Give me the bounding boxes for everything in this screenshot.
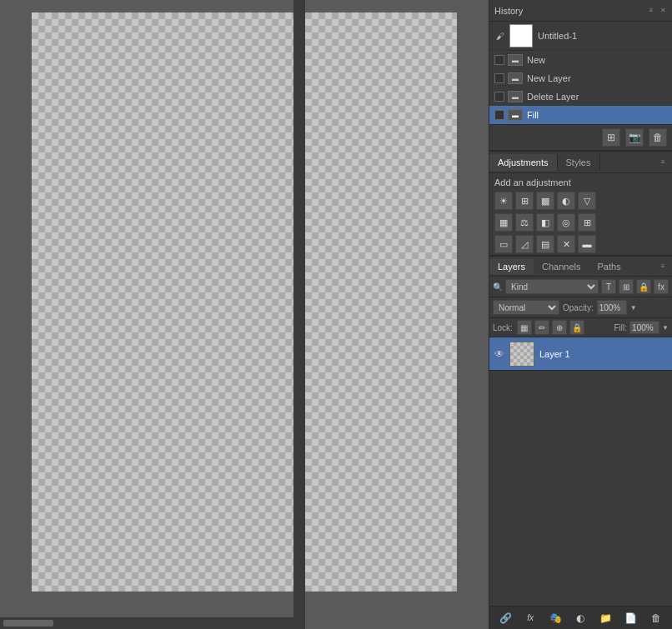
layers-panel-tabs: Layers Channels Paths ≡	[489, 257, 672, 277]
history-panel: History ≡ ✕ 🖌 Untitled-1 ▬ New	[489, 0, 672, 150]
tab-paths[interactable]: Paths	[589, 259, 629, 274]
history-item-fill-icon: ▬	[508, 109, 523, 121]
adjustments-icons-row2: ▦ ⚖ ◧ ◎ ⊞	[489, 212, 672, 233]
history-item-delete-layer-icon: ▬	[508, 91, 523, 102]
adjustments-subtitle: Add an adjustment	[489, 173, 672, 190]
history-actions: ⊞ 📷 🗑	[489, 124, 672, 150]
opacity-arrow-icon[interactable]: ▼	[630, 304, 637, 312]
adjustments-icons-row1: ☀ ⊞ ▩ ◐ ▽	[489, 190, 672, 212]
adj-pattern-icon[interactable]: ▦	[494, 213, 513, 232]
history-camera-btn[interactable]: 📷	[625, 128, 644, 147]
adjustments-panel-tabs: Adjustments Styles ≡	[489, 152, 672, 173]
history-item-new-icon: ▬	[508, 54, 523, 66]
create-layer-btn[interactable]: 📄	[623, 610, 639, 627]
fill-label: Fill:	[614, 323, 628, 332]
history-item-fill-checkbox[interactable]	[494, 110, 504, 120]
lock-transparent-btn[interactable]: ▦	[517, 320, 532, 335]
adj-lines-icon[interactable]: ▤	[536, 235, 554, 253]
adj-curves-icon[interactable]: ⊞	[515, 192, 534, 210]
adj-levels-icon[interactable]: ▩	[536, 192, 554, 210]
history-item-delete-layer[interactable]: ▬ Delete Layer	[489, 87, 672, 106]
history-item-new-layer-icon: ▬	[508, 72, 523, 84]
history-item-new[interactable]: ▬ New	[489, 51, 672, 69]
add-adjustment-btn[interactable]: ◐	[572, 610, 589, 627]
opacity-label: Opacity:	[563, 303, 594, 312]
history-item-new-label: New	[527, 55, 545, 65]
layers-footer: 🔗 fx 🎭 ◐ 📁 📄 🗑	[489, 606, 672, 629]
snapshot-thumbnail	[509, 24, 533, 47]
layers-filter-btn4[interactable]: fx	[654, 279, 669, 294]
fill-arrow-icon[interactable]: ▼	[662, 324, 669, 332]
add-effects-btn[interactable]: fx	[522, 610, 539, 627]
history-panel-menu-icon[interactable]: ≡	[647, 7, 655, 15]
adj-brightness-icon[interactable]: ☀	[494, 192, 513, 210]
adj-exposure-icon[interactable]: ◐	[557, 192, 575, 210]
vertical-scrollbar[interactable]	[293, 0, 305, 617]
layers-content: 👁 Layer 1	[489, 337, 672, 606]
history-item-fill-label: Fill	[527, 110, 539, 120]
history-panel-controls: ≡ ✕	[647, 7, 667, 15]
layers-filter-btn3[interactable]: 🔒	[636, 279, 651, 294]
history-item-delete-layer-checkbox[interactable]	[494, 92, 504, 102]
lock-position-btn[interactable]: ⊕	[552, 320, 567, 335]
layers-panel-menu-icon[interactable]: ≡	[659, 262, 667, 271]
layers-blend-row: Normal Opacity: ▼	[489, 297, 672, 318]
history-new-snapshot-btn[interactable]: ⊞	[602, 128, 620, 147]
layers-kind-select[interactable]: Kind	[505, 279, 599, 294]
history-item-delete-layer-label: Delete Layer	[527, 92, 579, 102]
fill-input[interactable]	[629, 321, 659, 334]
app-container: History ≡ ✕ 🖌 Untitled-1 ▬ New	[0, 0, 672, 629]
adj-gradient-icon[interactable]: ▽	[578, 192, 596, 210]
lock-image-btn[interactable]: ✏	[534, 320, 549, 335]
create-group-btn[interactable]: 📁	[598, 610, 614, 627]
scrollbar-thumb-horizontal	[3, 620, 53, 627]
history-snapshot[interactable]: 🖌 Untitled-1	[489, 22, 672, 51]
history-item-new-checkbox[interactable]	[494, 55, 504, 65]
lock-all-btn[interactable]: 🔒	[569, 320, 584, 335]
adj-hue-icon[interactable]: ◎	[557, 213, 575, 232]
adj-balance-icon[interactable]: ⚖	[515, 213, 534, 232]
search-icon: 🔍	[493, 282, 503, 292]
tab-adjustments[interactable]: Adjustments	[489, 154, 558, 171]
layers-filter-btn1[interactable]: T	[601, 279, 616, 294]
horizontal-scrollbar[interactable]	[0, 617, 305, 629]
adj-grid-icon[interactable]: ⊞	[578, 213, 596, 232]
adj-rect-icon[interactable]: ▭	[494, 235, 513, 253]
layers-lock-row: Lock: ▦ ✏ ⊕ 🔒 Fill: ▼	[489, 318, 672, 337]
history-item-new-layer-label: New Layer	[527, 73, 571, 83]
history-panel-title: History	[494, 6, 523, 16]
layers-panel: Layers Channels Paths ≡ 🔍 Kind T ⊞ 🔒 fx	[489, 255, 672, 629]
layer-row-1[interactable]: 👁 Layer 1	[489, 337, 672, 371]
canvas-area	[0, 0, 489, 629]
layer-thumbnail	[509, 342, 534, 367]
adj-bar-icon[interactable]: ▬	[578, 235, 596, 253]
adj-channel-icon[interactable]: ◧	[536, 213, 554, 232]
history-delete-btn[interactable]: 🗑	[649, 128, 667, 147]
layer-visibility-toggle[interactable]: 👁	[493, 347, 506, 361]
layers-search-row: 🔍 Kind T ⊞ 🔒 fx	[489, 277, 672, 297]
add-mask-btn[interactable]: 🎭	[547, 610, 564, 627]
tab-layers[interactable]: Layers	[489, 259, 534, 274]
layer-name: Layer 1	[539, 349, 669, 359]
snapshot-brush-icon: 🖌	[494, 30, 506, 42]
history-item-new-layer[interactable]: ▬ New Layer	[489, 69, 672, 87]
canvas[interactable]	[32, 12, 457, 592]
tab-styles[interactable]: Styles	[558, 154, 600, 171]
adj-angle-icon[interactable]: ◿	[515, 235, 534, 253]
tab-channels[interactable]: Channels	[534, 259, 589, 274]
add-link-btn[interactable]: 🔗	[497, 610, 514, 627]
history-item-new-layer-checkbox[interactable]	[494, 73, 504, 83]
opacity-input[interactable]	[597, 300, 627, 315]
adj-cross-icon[interactable]: ✕	[557, 235, 575, 253]
blend-mode-select[interactable]: Normal	[493, 300, 559, 315]
history-panel-close-icon[interactable]: ✕	[659, 7, 667, 15]
delete-layer-btn[interactable]: 🗑	[648, 610, 664, 627]
adjustments-panel-menu-icon[interactable]: ≡	[659, 158, 667, 167]
adjustments-panel: Adjustments Styles ≡ Add an adjustment ☀…	[489, 150, 672, 255]
snapshot-label: Untitled-1	[538, 31, 577, 41]
adjustments-icons-row3: ▭ ◿ ▤ ✕ ▬	[489, 233, 672, 255]
history-panel-header: History ≡ ✕	[489, 0, 672, 22]
layers-filter-btn2[interactable]: ⊞	[619, 279, 634, 294]
history-item-fill[interactable]: ▬ Fill	[489, 106, 672, 124]
right-panel: History ≡ ✕ 🖌 Untitled-1 ▬ New	[489, 0, 672, 629]
